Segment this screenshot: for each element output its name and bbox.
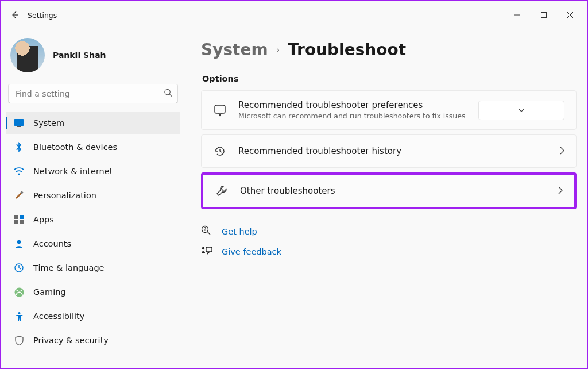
card-recommended-preferences[interactable]: Recommended troubleshooter preferences M… [201,90,577,130]
svg-rect-7 [17,126,21,128]
titlebar: Settings [1,1,587,29]
svg-line-5 [169,94,172,97]
person-icon [14,239,24,249]
sidebar-item-label: Gaming [33,287,66,297]
svg-rect-1 [541,13,547,18]
get-help-link[interactable]: ? Get help [201,225,577,238]
sidebar-item-label: Bluetooth & devices [33,143,117,152]
wrench-icon [215,184,229,198]
breadcrumb: System › Troubleshoot [201,40,577,59]
display-icon [14,118,24,128]
search-icon [164,89,172,99]
sidebar-item-time[interactable]: Time & language [6,256,180,279]
card-title: Recommended troubleshooter history [238,146,548,156]
help-icon: ? [201,225,212,238]
chevron-right-icon [558,186,563,197]
history-icon [213,144,227,158]
sidebar-item-bluetooth[interactable]: Bluetooth & devices [6,136,180,159]
sidebar-item-label: Apps [33,215,54,224]
search-box[interactable] [8,84,178,103]
svg-rect-18 [215,105,225,113]
svg-point-14 [17,240,21,244]
page-title: Troubleshoot [288,40,406,59]
sidebar-item-label: Network & internet [33,167,113,176]
card-recommended-history[interactable]: Recommended troubleshooter history [201,134,577,168]
svg-point-21 [202,247,204,249]
paintbrush-icon [14,190,24,201]
svg-rect-12 [14,220,18,224]
nav-list: System Bluetooth & devices Network & int… [5,112,181,352]
sidebar-item-label: Time & language [33,263,105,272]
svg-rect-13 [20,220,24,224]
chevron-down-icon [518,108,525,113]
svg-point-4 [165,89,170,94]
sidebar-item-label: System [33,118,64,128]
svg-text:?: ? [204,227,206,232]
sidebar-item-label: Accounts [33,239,71,248]
svg-rect-6 [14,120,24,126]
tooltip-icon [213,103,227,117]
minimize-button[interactable] [504,6,531,24]
chevron-right-icon [560,146,564,157]
help-links: ? Get help Give feedback [201,225,577,257]
sidebar-item-label: Privacy & security [33,336,109,345]
back-button[interactable] [5,5,25,25]
card-other-troubleshooters[interactable]: Other troubleshooters [201,172,577,209]
svg-point-8 [18,174,20,175]
chevron-right-icon: › [276,44,280,55]
svg-rect-11 [20,215,24,219]
sidebar-item-gaming[interactable]: Gaming [6,280,180,303]
sidebar-item-accessibility[interactable]: Accessibility [6,305,180,328]
main-panel: System › Troubleshoot Options Recommende… [185,29,587,368]
user-profile[interactable]: Pankil Shah [5,33,181,82]
apps-icon [14,214,24,225]
svg-rect-22 [206,247,212,252]
arrow-left-icon [10,10,20,20]
wifi-icon [14,166,24,176]
sidebar-item-label: Personalization [33,191,96,200]
svg-point-17 [18,312,20,314]
sidebar-item-label: Accessibility [33,312,84,321]
svg-line-3 [567,12,573,18]
window-title: Settings [28,11,57,20]
section-heading: Options [202,74,577,83]
sidebar-item-system[interactable]: System [6,112,180,134]
sidebar: Pankil Shah System Bluetooth & devices N… [1,29,185,368]
shield-icon [14,335,24,345]
search-input[interactable] [8,84,178,103]
close-button[interactable] [557,6,583,24]
link-text[interactable]: Give feedback [222,247,281,256]
breadcrumb-parent[interactable]: System [201,40,268,59]
card-subtitle: Microsoft can recommend and run troubles… [238,112,467,120]
sidebar-item-accounts[interactable]: Accounts [6,232,180,255]
link-text[interactable]: Get help [222,227,257,236]
card-title: Recommended troubleshooter preferences [238,100,467,110]
give-feedback-link[interactable]: Give feedback [201,246,577,257]
feedback-icon [201,246,212,257]
sidebar-item-network[interactable]: Network & internet [6,160,180,183]
sidebar-item-personalization[interactable]: Personalization [6,184,180,207]
avatar [10,38,45,72]
sidebar-item-privacy[interactable]: Privacy & security [6,329,180,352]
accessibility-icon [14,311,24,321]
bluetooth-icon [14,142,24,152]
xbox-icon [14,287,24,297]
svg-line-2 [567,12,573,18]
clock-globe-icon [14,263,24,273]
user-name: Pankil Shah [53,51,106,60]
maximize-button[interactable] [531,6,557,24]
preference-dropdown[interactable] [478,101,564,120]
svg-rect-10 [14,215,18,219]
sidebar-item-apps[interactable]: Apps [6,208,180,231]
card-title: Other troubleshooters [240,186,547,196]
